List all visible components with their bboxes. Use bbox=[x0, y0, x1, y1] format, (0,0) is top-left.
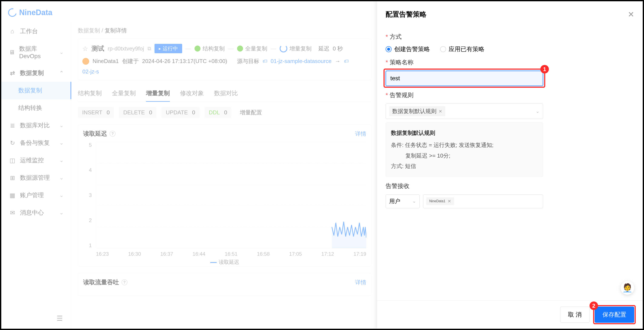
chart-title: 读取延迟? bbox=[83, 130, 116, 138]
chevron-down-icon: ⌄ bbox=[60, 192, 64, 198]
chevron-down-icon: ⌄ bbox=[536, 109, 540, 114]
nav-label: 运维监控 bbox=[20, 156, 44, 164]
mail-icon: ✉ bbox=[9, 209, 16, 216]
breadcrumb-parent[interactable]: 数据复制 bbox=[78, 27, 100, 34]
chevron-down-icon: ⌄ bbox=[60, 175, 64, 181]
nav-label: 数据源管理 bbox=[20, 174, 50, 182]
replication-icon: ⇄ bbox=[9, 70, 16, 76]
throughput-chart: 读取流量吞吐? 详情 bbox=[78, 273, 372, 296]
breadcrumb: 数据复制 / 复制详情 bbox=[78, 23, 372, 39]
compare-icon: ≣ bbox=[9, 122, 16, 129]
nav-backup[interactable]: ↻备份与恢复⌄ bbox=[1, 134, 71, 152]
radio-create-policy[interactable]: 创建告警策略 bbox=[386, 45, 430, 53]
support-icon[interactable]: 🧑‍💼 bbox=[620, 281, 634, 295]
help-icon[interactable]: ? bbox=[110, 131, 116, 137]
collapse-icon[interactable]: ☰ bbox=[56, 314, 63, 322]
source-link[interactable]: 01-jz-sample-datasource bbox=[271, 58, 332, 65]
nav-label: 结构转换 bbox=[18, 104, 42, 112]
tag-remove-icon[interactable]: ✕ bbox=[448, 199, 451, 204]
save-button[interactable]: 保存配置 2 bbox=[595, 306, 634, 323]
detail-link[interactable]: 详情 bbox=[355, 279, 366, 286]
nav-struct-convert[interactable]: 结构转换 bbox=[1, 99, 71, 117]
alert-policy-drawer: 配置告警策略 ✕ 方式 创建告警策略 应用已有策略 策略名称 1 告警规则 数据… bbox=[377, 1, 643, 329]
rule-detail-box: 数据复制默认规则 条件: 任务状态 = 运行失败; 发送恢复通知; 复制延迟 >… bbox=[386, 122, 543, 177]
tab-structure[interactable]: 结构复制 bbox=[78, 85, 102, 102]
monitor-icon: 🖥 bbox=[9, 49, 15, 56]
nav-devops[interactable]: 🖥数据库 DevOps⌄ bbox=[1, 40, 71, 64]
chevron-down-icon: ⌄ bbox=[60, 49, 64, 55]
nav-label: 消息中心 bbox=[20, 209, 44, 217]
nav-label: 数据复制 bbox=[18, 86, 42, 95]
avatar-icon bbox=[82, 58, 89, 65]
receiver-type-select[interactable]: 用户⌄ bbox=[386, 194, 420, 208]
receiver-tag: NineData1✕ bbox=[426, 197, 454, 205]
nav-account[interactable]: ▦账户管理⌄ bbox=[1, 186, 71, 204]
chevron-up-icon: ⌃ bbox=[60, 70, 64, 76]
created-label: 创建于 bbox=[122, 58, 139, 65]
plot-area bbox=[96, 142, 366, 248]
y-axis: 5 4 3 2 1 bbox=[83, 142, 92, 248]
brand-logo: NineData bbox=[8, 8, 52, 17]
task-id: rp-d0txtvey9foj bbox=[108, 45, 144, 52]
nav-datasource[interactable]: ⊞数据源管理⌄ bbox=[1, 169, 71, 186]
tab-incremental[interactable]: 增量复制 bbox=[146, 85, 170, 102]
created-at: 2024-04-26 17:13:17(UTC +08:00) bbox=[142, 58, 227, 65]
sidebar: ⌂工作台 🖥数据库 DevOps⌄ ⇄数据复制⌃ 数据复制 结构转换 ≣数据库对… bbox=[1, 23, 72, 329]
policy-name-label: 策略名称 bbox=[386, 58, 634, 67]
nav-label: 数据库 DevOps bbox=[19, 45, 55, 60]
radio-apply-policy[interactable]: 应用已有策略 bbox=[440, 45, 484, 53]
nav-label: 备份与恢复 bbox=[20, 139, 50, 147]
callout-2: 2 bbox=[590, 301, 598, 310]
chevron-down-icon: ⌄ bbox=[60, 140, 64, 146]
step-incremental: 增量复制 bbox=[280, 45, 312, 52]
stat-update: UPDATE0 bbox=[162, 107, 200, 118]
incremental-config-link[interactable]: 增量配置 bbox=[240, 109, 262, 116]
drawer-title: 配置告警策略 bbox=[386, 10, 426, 19]
nav-replication-group[interactable]: ⇄数据复制⌃ bbox=[1, 64, 71, 82]
close-icon[interactable]: ✕ bbox=[628, 10, 634, 19]
nav-label: 账户管理 bbox=[20, 191, 44, 199]
tab-full[interactable]: 全量复制 bbox=[112, 85, 136, 102]
copy-icon[interactable]: ⧉ bbox=[148, 46, 151, 52]
chevron-down-icon: ⌄ bbox=[412, 198, 416, 204]
nav-ops[interactable]: ◫运维监控⌄ bbox=[1, 152, 71, 169]
db-icon: 🏷 bbox=[262, 59, 267, 64]
mode-label: 方式 bbox=[386, 33, 634, 41]
cancel-button[interactable]: 取 消 bbox=[560, 306, 590, 323]
stats-row: INSERT0 DELETE0 UPDATE0 DDL0 增量配置 bbox=[78, 107, 372, 118]
nav-replication[interactable]: 数据复制 bbox=[1, 82, 71, 99]
tab-compare[interactable]: 数据对比 bbox=[214, 85, 238, 102]
task-header: ☆ 测试 rp-d0txtvey9foj ⧉ 运行中 — 结构复制 — 全量复制… bbox=[78, 39, 372, 80]
policy-name-input[interactable] bbox=[386, 71, 543, 86]
nav-label: 数据库对比 bbox=[20, 121, 50, 129]
alert-rule-label: 告警规则 bbox=[386, 91, 634, 99]
star-icon[interactable]: ☆ bbox=[82, 45, 88, 52]
tag-remove-icon[interactable]: ✕ bbox=[439, 109, 442, 114]
rule-detail-title: 数据复制默认规则 bbox=[391, 128, 538, 138]
alert-rule-select[interactable]: 数据复制默认规则✕ ⌄ bbox=[386, 104, 543, 119]
step-full: 全量复制 bbox=[237, 45, 267, 52]
home-icon: ⌂ bbox=[9, 28, 16, 35]
rule-tag: 数据复制默认规则✕ bbox=[389, 106, 445, 116]
delay-value: 0 秒 bbox=[333, 45, 343, 52]
ops-icon: ◫ bbox=[9, 157, 16, 164]
x-axis: 16:2316:3016:3716:4416:5116:5817:0517:12… bbox=[96, 251, 366, 257]
nav-message[interactable]: ✉消息中心⌄ bbox=[1, 204, 71, 221]
detail-link[interactable]: 详情 bbox=[355, 130, 366, 138]
chevron-down-icon: ⌄ bbox=[60, 210, 64, 216]
datasource-icon: ⊞ bbox=[9, 174, 16, 181]
tab-modify[interactable]: 修改对象 bbox=[180, 85, 204, 102]
line-series bbox=[96, 142, 366, 248]
nav-workbench[interactable]: ⌂工作台 bbox=[1, 23, 71, 40]
receiver-tags[interactable]: NineData1✕ bbox=[423, 194, 543, 208]
nav-compare[interactable]: ≣数据库对比⌄ bbox=[1, 117, 71, 134]
delay-label: 延迟 bbox=[318, 45, 330, 52]
tabs: 结构复制 全量复制 增量复制 修改对象 数据对比 bbox=[78, 85, 372, 102]
read-delay-chart: 读取延迟? 详情 5 4 3 2 1 bbox=[78, 124, 372, 266]
radio-icon bbox=[440, 46, 446, 52]
help-icon[interactable]: ? bbox=[122, 279, 128, 285]
chart-legend: 读取延迟 bbox=[83, 259, 366, 265]
nav-label: 数据复制 bbox=[20, 69, 44, 77]
target-link[interactable]: 02-jz-s bbox=[82, 68, 99, 75]
backup-icon: ↻ bbox=[9, 139, 16, 146]
